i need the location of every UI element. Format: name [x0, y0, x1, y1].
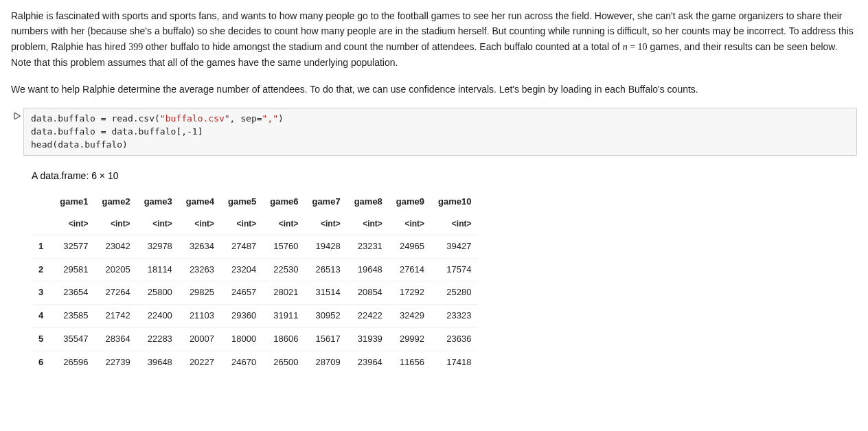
table-cell: 22739 [95, 351, 137, 373]
code-l1b: , sep= [230, 113, 262, 124]
table-cell: 24965 [389, 235, 431, 258]
column-type: <int> [53, 213, 95, 235]
dataframe-table: game1game2game3game4game5game6game7game8… [32, 191, 478, 374]
table-cell: 25800 [137, 281, 179, 305]
table-cell: 29992 [389, 328, 431, 351]
table-cell: 18114 [137, 258, 179, 281]
table-cell: 32634 [179, 235, 221, 258]
table-cell: 21742 [95, 305, 137, 328]
p1-text-b: other buffalo to hide amongst the stadiu… [143, 41, 622, 52]
column-header: game8 [347, 191, 389, 213]
table-cell: 27614 [389, 258, 431, 281]
table-cell: 19648 [347, 258, 389, 281]
table-cell: 23204 [221, 258, 263, 281]
column-header: game10 [431, 191, 478, 213]
typerow-blank [32, 213, 53, 235]
p1-nvar: n [623, 42, 628, 52]
table-cell: 29581 [53, 258, 95, 281]
table-cell: 31911 [263, 305, 305, 328]
row-index: 2 [32, 258, 53, 281]
column-header: game6 [263, 191, 305, 213]
column-type: <int> [305, 213, 347, 235]
table-cell: 31514 [305, 281, 347, 305]
row-index: 6 [32, 351, 53, 373]
table-cell: 32978 [137, 235, 179, 258]
table-cell: 25280 [431, 281, 478, 305]
code-l1c: ) [278, 113, 284, 124]
table-cell: 29360 [221, 305, 263, 328]
column-type: <int> [95, 213, 137, 235]
column-header: game2 [95, 191, 137, 213]
table-row: 3236542726425800298252465728021315142085… [32, 281, 478, 305]
table-cell: 35547 [53, 328, 95, 351]
table-cell: 19428 [305, 235, 347, 258]
column-type: <int> [137, 213, 179, 235]
table-cell: 23964 [347, 351, 389, 373]
p2-text: We want to help Ralphie determine the av… [11, 84, 698, 95]
code-l3: head(data.buffalo) [31, 139, 128, 150]
table-cell: 23585 [53, 305, 95, 328]
p1-eq: = [628, 42, 638, 52]
problem-paragraph-2: We want to help Ralphie determine the av… [11, 82, 857, 97]
dataframe-thead: game1game2game3game4game5game6game7game8… [32, 191, 478, 235]
column-header: game7 [305, 191, 347, 213]
table-cell: 23042 [95, 235, 137, 258]
table-cell: 28021 [263, 281, 305, 305]
table-cell: 28709 [305, 351, 347, 373]
table-cell: 26596 [53, 351, 95, 373]
table-row: 2295812020518114232632320422530265131964… [32, 258, 478, 281]
dataframe-caption: A data.frame: 6 × 10 [32, 168, 857, 183]
table-cell: 17418 [431, 351, 478, 373]
table-cell: 24657 [221, 281, 263, 305]
table-cell: 22400 [137, 305, 179, 328]
code-l1a: data.buffalo = read.csv( [31, 113, 160, 124]
table-cell: 29825 [179, 281, 221, 305]
table-cell: 17292 [389, 281, 431, 305]
code-l1-str2: "," [262, 113, 278, 124]
table-cell: 22422 [347, 305, 389, 328]
table-cell: 20854 [347, 281, 389, 305]
table-cell: 30952 [305, 305, 347, 328]
row-index: 5 [32, 328, 53, 351]
table-row: 6265962273939648202272467026500287092396… [32, 351, 478, 373]
table-cell: 15760 [263, 235, 305, 258]
column-type: <int> [263, 213, 305, 235]
code-l1-str: "buffalo.csv" [160, 113, 230, 124]
column-header: game5 [221, 191, 263, 213]
table-cell: 27264 [95, 281, 137, 305]
table-cell: 26513 [305, 258, 347, 281]
table-cell: 28364 [95, 328, 137, 351]
table-cell: 21103 [179, 305, 221, 328]
table-cell: 23323 [431, 305, 478, 328]
column-type: <int> [179, 213, 221, 235]
code-input[interactable]: data.buffalo = read.csv("buffalo.csv", s… [23, 108, 857, 156]
table-row: 4235852174222400211032936031911309522242… [32, 305, 478, 328]
code-cell[interactable]: data.buffalo = read.csv("buffalo.csv", s… [11, 108, 857, 156]
p1-count: 399 [128, 42, 143, 52]
table-cell: 31939 [347, 328, 389, 351]
table-cell: 18606 [263, 328, 305, 351]
row-index: 3 [32, 281, 53, 305]
table-row: 1325772304232978326342748715760194282323… [32, 235, 478, 258]
column-type: <int> [221, 213, 263, 235]
row-index: 4 [32, 305, 53, 328]
table-cell: 27487 [221, 235, 263, 258]
problem-paragraph-1: Ralphie is fascinated with sports and sp… [11, 8, 857, 71]
table-cell: 20227 [179, 351, 221, 373]
output-area: A data.frame: 6 × 10 game1game2game3game… [32, 168, 857, 373]
table-cell: 26500 [263, 351, 305, 373]
row-index: 1 [32, 235, 53, 258]
table-cell: 23654 [53, 281, 95, 305]
code-l2: data.buffalo = data.buffalo[,-1] [31, 126, 203, 137]
table-cell: 22530 [263, 258, 305, 281]
table-cell: 15617 [305, 328, 347, 351]
table-cell: 32429 [389, 305, 431, 328]
run-indicator-icon[interactable] [11, 108, 23, 156]
table-cell: 23636 [431, 328, 478, 351]
column-header: game9 [389, 191, 431, 213]
table-cell: 23263 [179, 258, 221, 281]
header-blank [32, 191, 53, 213]
table-cell: 32577 [53, 235, 95, 258]
column-type: <int> [347, 213, 389, 235]
table-cell: 20007 [179, 328, 221, 351]
